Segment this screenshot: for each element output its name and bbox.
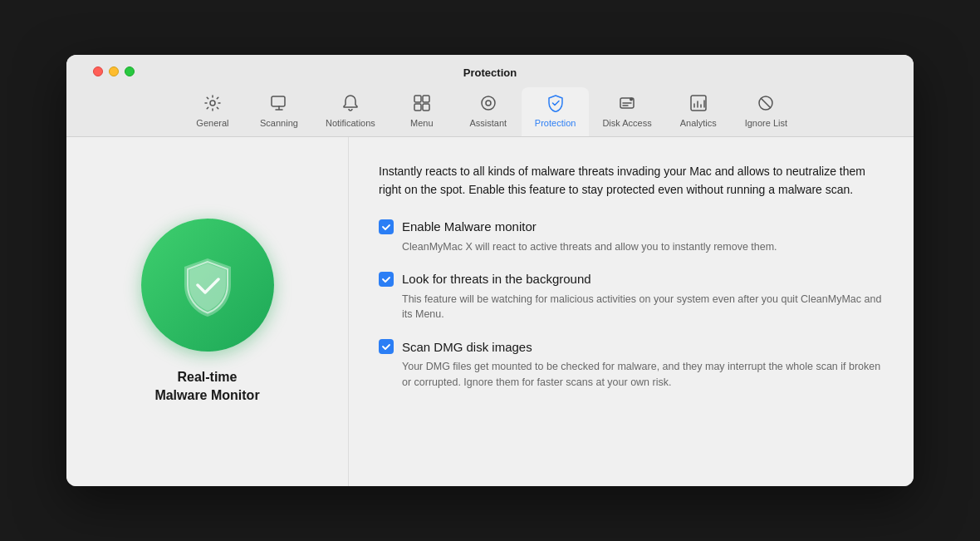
svg-rect-2 xyxy=(414,96,421,102)
disk-access-icon xyxy=(618,94,636,115)
svg-point-6 xyxy=(482,96,495,110)
assistant-icon xyxy=(479,94,497,115)
ignore-list-icon xyxy=(757,94,775,115)
option-background-threats-title: Look for threats in the background xyxy=(402,272,591,286)
tab-menu[interactable]: Menu xyxy=(389,87,455,136)
option-background-threats-header: Look for threats in the background xyxy=(379,272,884,287)
titlebar: Protection General xyxy=(66,55,914,137)
checkbox-scan-dmg[interactable] xyxy=(379,339,394,354)
svg-rect-5 xyxy=(423,104,429,111)
traffic-lights xyxy=(93,66,135,76)
option-enable-malware-desc: CleanMyMac X will react to active threat… xyxy=(402,239,884,255)
svg-point-0 xyxy=(210,101,215,106)
shield-graphic xyxy=(174,252,241,318)
tab-analytics[interactable]: Analytics xyxy=(665,87,732,136)
feature-description: Instantly reacts to all kinds of malware… xyxy=(379,162,884,199)
svg-point-7 xyxy=(486,101,491,106)
scanning-icon xyxy=(270,94,288,115)
tab-disk-access[interactable]: Disk Access xyxy=(589,87,664,136)
tab-scanning-label: Scanning xyxy=(260,118,298,128)
tab-disk-access-label: Disk Access xyxy=(602,118,651,128)
menu-icon xyxy=(413,94,431,115)
sidebar: Real-time Malware Monitor xyxy=(66,137,349,486)
option-background-threats-desc: This feature will be watching for malici… xyxy=(402,292,884,323)
tab-scanning[interactable]: Scanning xyxy=(246,87,312,136)
svg-rect-3 xyxy=(423,96,429,102)
option-scan-dmg-header: Scan DMG disk images xyxy=(379,339,884,354)
tab-general[interactable]: General xyxy=(179,87,246,136)
tab-general-label: General xyxy=(196,118,228,128)
svg-rect-1 xyxy=(272,96,285,106)
content-area: Real-time Malware Monitor Instantly reac… xyxy=(66,137,914,486)
tab-menu-label: Menu xyxy=(410,118,434,128)
checkbox-background-threats[interactable] xyxy=(379,272,394,287)
tab-notifications-label: Notifications xyxy=(326,118,375,128)
general-icon xyxy=(203,94,222,115)
protection-icon xyxy=(546,94,565,115)
option-scan-dmg-desc: Your DMG files get mounted to be checked… xyxy=(402,359,884,391)
notifications-icon xyxy=(341,94,360,115)
option-scan-dmg-title: Scan DMG disk images xyxy=(402,340,532,354)
tab-notifications[interactable]: Notifications xyxy=(312,87,389,136)
shield-circle xyxy=(141,219,274,352)
toolbar: General Scanning Notif xyxy=(80,87,900,136)
option-background-threats: Look for threats in the background This … xyxy=(379,272,884,323)
option-enable-malware-header: Enable Malware monitor xyxy=(379,219,884,234)
sidebar-feature-title: Real-time Malware Monitor xyxy=(154,368,259,406)
tab-assistant[interactable]: Assistant xyxy=(455,87,522,136)
close-button[interactable] xyxy=(93,66,103,76)
tab-analytics-label: Analytics xyxy=(680,118,717,128)
option-enable-malware-title: Enable Malware monitor xyxy=(402,219,537,234)
tab-assistant-label: Assistant xyxy=(470,118,507,128)
titlebar-top: Protection xyxy=(80,66,900,79)
option-scan-dmg: Scan DMG disk images Your DMG files get … xyxy=(379,339,884,391)
svg-rect-4 xyxy=(414,104,421,111)
tab-protection-label: Protection xyxy=(535,118,576,128)
fullscreen-button[interactable] xyxy=(125,66,135,76)
main-content-panel: Instantly reacts to all kinds of malware… xyxy=(349,137,914,486)
analytics-icon xyxy=(689,94,708,115)
option-enable-malware: Enable Malware monitor CleanMyMac X will… xyxy=(379,219,884,255)
tab-protection[interactable]: Protection xyxy=(522,87,590,136)
tab-ignore-list-label: Ignore List xyxy=(745,118,787,128)
window-title: Protection xyxy=(463,66,517,79)
minimize-button[interactable] xyxy=(109,66,119,76)
tab-ignore-list[interactable]: Ignore List xyxy=(732,87,801,136)
svg-point-9 xyxy=(630,98,633,101)
main-window: Protection General xyxy=(66,55,914,486)
checkbox-enable-malware[interactable] xyxy=(379,219,394,234)
